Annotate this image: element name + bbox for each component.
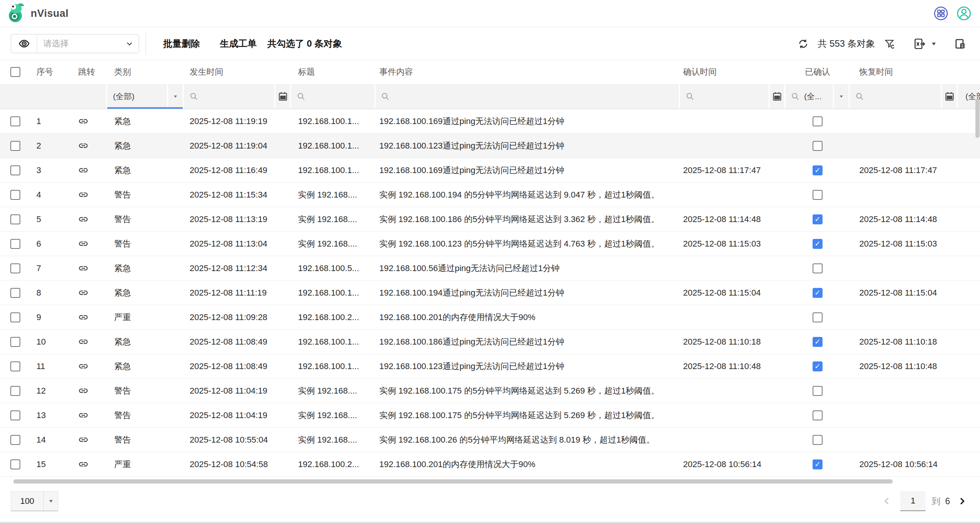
content-filter-input[interactable]: [375, 84, 679, 109]
confirmed-filter-caret[interactable]: [834, 84, 849, 109]
batch-delete-button[interactable]: 批量删除: [163, 38, 200, 50]
table-row[interactable]: 12 警告 2025-12-08 11:04:19 实例 192.168....…: [0, 379, 980, 403]
row-index: 5: [31, 207, 71, 231]
table-row[interactable]: 4 警告 2025-12-08 11:15:34 实例 192.168.... …: [0, 183, 980, 207]
title-filter-input[interactable]: [291, 84, 374, 109]
table-row[interactable]: 5 警告 2025-12-08 11:13:19 实例 192.168.... …: [0, 207, 980, 232]
confirmed-checkbox[interactable]: [813, 116, 823, 126]
category-filter-caret[interactable]: [168, 84, 183, 109]
jump-link-icon[interactable]: [78, 190, 88, 200]
row-checkbox[interactable]: [10, 239, 20, 249]
table-row[interactable]: 2 紧急 2025-12-08 11:19:04 192.168.100.1..…: [0, 134, 980, 158]
row-checkbox[interactable]: [10, 214, 20, 224]
row-checkbox[interactable]: [10, 288, 20, 298]
table-body: 1 紧急 2025-12-08 11:19:19 192.168.100.1..…: [0, 109, 980, 477]
confirmed-checkbox[interactable]: [813, 435, 823, 445]
jump-link-icon[interactable]: [78, 410, 88, 420]
row-checkbox[interactable]: [10, 312, 20, 322]
confirmed-checkbox[interactable]: [813, 214, 823, 224]
row-recover-time: 2025-12-08 11:14:48: [850, 207, 958, 231]
confirmed-checkbox[interactable]: [813, 190, 823, 200]
user-avatar-icon[interactable]: [956, 6, 972, 21]
jump-link-icon[interactable]: [78, 165, 88, 175]
export-excel-icon[interactable]: [913, 38, 926, 50]
row-checkbox[interactable]: [10, 337, 20, 347]
confirmed-checkbox[interactable]: [813, 337, 823, 347]
confirmed-checkbox[interactable]: [813, 263, 823, 273]
confirmed-checkbox[interactable]: [813, 239, 823, 249]
page-size-caret-icon[interactable]: [43, 492, 58, 511]
next-page-button[interactable]: [957, 496, 967, 506]
table-row[interactable]: 10 紧急 2025-12-08 11:08:49 192.168.100.1.…: [0, 330, 980, 354]
filter-funnel-icon[interactable]: [884, 38, 895, 49]
jump-link-icon[interactable]: [78, 386, 88, 396]
jump-link-icon[interactable]: [78, 239, 88, 249]
confirmed-checkbox[interactable]: [813, 141, 823, 151]
table-row[interactable]: 1 紧急 2025-12-08 11:19:19 192.168.100.1..…: [0, 109, 980, 134]
confirm-time-filter-input[interactable]: [680, 84, 769, 109]
row-checkbox[interactable]: [10, 141, 20, 151]
row-index: 6: [31, 232, 71, 256]
occur-time-calendar-button[interactable]: [275, 84, 290, 109]
vertical-scrollbar[interactable]: [975, 99, 980, 138]
apps-grid-icon[interactable]: [933, 6, 949, 21]
table-row[interactable]: 8 紧急 2025-12-08 11:11:19 192.168.100.1..…: [0, 281, 980, 305]
jump-link-icon[interactable]: [78, 288, 88, 298]
select-all-checkbox[interactable]: [10, 67, 20, 77]
row-checkbox[interactable]: [10, 116, 20, 126]
prev-page-button[interactable]: [882, 496, 892, 506]
confirmed-checkbox[interactable]: [813, 459, 823, 469]
row-occur-time: 2025-12-08 11:15:34: [184, 183, 291, 207]
table-row[interactable]: 6 警告 2025-12-08 11:13:04 实例 192.168.... …: [0, 232, 980, 256]
row-recover-time: [850, 305, 958, 329]
jump-link-icon[interactable]: [78, 337, 88, 347]
current-page-input[interactable]: 1: [900, 491, 926, 511]
row-checkbox[interactable]: [10, 263, 20, 273]
confirmed-checkbox[interactable]: [813, 386, 823, 396]
jump-link-icon[interactable]: [78, 214, 88, 224]
jump-link-icon[interactable]: [78, 116, 88, 126]
confirmed-checkbox[interactable]: [813, 410, 823, 420]
horizontal-scrollbar[interactable]: [13, 479, 893, 484]
export-caret-icon[interactable]: [931, 41, 937, 47]
table-row[interactable]: 9 严重 2025-12-08 11:09:28 192.168.100.2..…: [0, 305, 980, 330]
category-filter-select[interactable]: (全部): [107, 84, 167, 109]
confirmed-filter-select[interactable]: (全...: [785, 84, 833, 109]
row-index: 15: [31, 452, 71, 476]
jump-link-icon[interactable]: [78, 435, 88, 445]
confirmed-checkbox[interactable]: [813, 361, 823, 371]
jump-link-icon[interactable]: [78, 361, 88, 371]
confirm-time-calendar-button[interactable]: [770, 84, 784, 109]
table-row[interactable]: 15 严重 2025-12-08 10:54:58 192.168.100.2.…: [0, 452, 980, 477]
recover-time-calendar-button[interactable]: [942, 84, 957, 109]
table-row[interactable]: 7 紧急 2025-12-08 11:12:34 192.168.100.5..…: [0, 256, 980, 281]
view-select[interactable]: 请选择: [11, 34, 139, 53]
row-confirm-time: 2025-12-08 11:14:48: [680, 207, 785, 231]
occur-time-filter-input[interactable]: [184, 84, 274, 109]
columns-panel-icon[interactable]: [954, 38, 966, 50]
row-checkbox[interactable]: [10, 190, 20, 200]
confirmed-checkbox[interactable]: [813, 312, 823, 322]
row-checkbox[interactable]: [10, 459, 20, 469]
row-checkbox[interactable]: [10, 165, 20, 175]
row-checkbox[interactable]: [10, 410, 20, 420]
table-row[interactable]: 14 警告 2025-12-08 10:55:04 实例 192.168....…: [0, 428, 980, 452]
recover-time-filter-input[interactable]: [850, 84, 941, 109]
table-row[interactable]: 3 紧急 2025-12-08 11:16:49 192.168.100.1..…: [0, 158, 980, 183]
confirmed-checkbox[interactable]: [813, 288, 823, 298]
jump-link-icon[interactable]: [78, 459, 88, 469]
table-row[interactable]: 11 紧急 2025-12-08 11:08:49 192.168.100.1.…: [0, 354, 980, 379]
row-title: 实例 192.168....: [291, 183, 375, 207]
row-checkbox[interactable]: [10, 386, 20, 396]
row-checkbox[interactable]: [10, 435, 20, 445]
table-row[interactable]: 13 警告 2025-12-08 11:04:19 实例 192.168....…: [0, 403, 980, 428]
refresh-icon[interactable]: [798, 38, 809, 49]
jump-link-icon[interactable]: [78, 312, 88, 322]
jump-link-icon[interactable]: [78, 141, 88, 151]
jump-link-icon[interactable]: [78, 263, 88, 273]
create-ticket-button[interactable]: 生成工单: [220, 38, 257, 50]
row-recover-time: [850, 403, 958, 427]
confirmed-checkbox[interactable]: [813, 165, 823, 175]
page-size-select[interactable]: 100: [11, 491, 58, 511]
row-checkbox[interactable]: [10, 361, 20, 371]
